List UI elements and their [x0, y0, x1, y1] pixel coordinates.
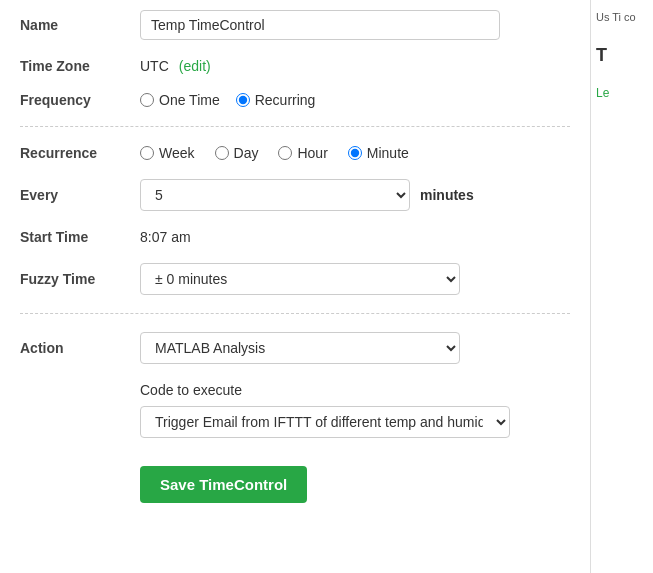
recurrence-week-radio[interactable]	[140, 146, 154, 160]
separator-2	[20, 313, 570, 314]
start-time-label: Start Time	[20, 229, 140, 245]
save-button[interactable]: Save TimeControl	[140, 466, 307, 503]
action-select[interactable]: MATLAB Analysis Python Script Shell Comm…	[140, 332, 460, 364]
code-section: Code to execute Trigger Email from IFTTT…	[20, 382, 570, 438]
recurrence-options: Week Day Hour Minute	[140, 145, 409, 161]
start-time-value: 8:07 am	[140, 229, 191, 245]
separator-1	[20, 126, 570, 127]
frequency-one-time[interactable]: One Time	[140, 92, 220, 108]
main-content: Name Time Zone UTC (edit) Frequency One …	[0, 0, 590, 573]
sidebar: Us Ti co T Le	[590, 0, 653, 573]
frequency-recurring-radio[interactable]	[236, 93, 250, 107]
every-control-area: 5 1 2 3 4 10 15 30 minutes	[140, 179, 474, 211]
recurrence-hour[interactable]: Hour	[278, 145, 327, 161]
fuzzy-time-select[interactable]: ± 0 minutes ± 1 minute ± 5 minutes ± 10 …	[140, 263, 460, 295]
name-label: Name	[20, 17, 140, 33]
recurrence-day[interactable]: Day	[215, 145, 259, 161]
save-button-container: Save TimeControl	[20, 456, 570, 503]
sidebar-link[interactable]: Le	[596, 86, 609, 100]
frequency-options: One Time Recurring	[140, 92, 315, 108]
recurrence-week[interactable]: Week	[140, 145, 195, 161]
recurrence-row: Recurrence Week Day Hour Minute	[20, 145, 570, 161]
timezone-edit-link[interactable]: (edit)	[179, 58, 211, 74]
start-time-control: 8:07 am	[140, 229, 191, 245]
name-control-area	[140, 10, 500, 40]
fuzzy-time-label: Fuzzy Time	[20, 271, 140, 287]
frequency-one-time-radio[interactable]	[140, 93, 154, 107]
every-label: Every	[20, 187, 140, 203]
every-select[interactable]: 5 1 2 3 4 10 15 30	[140, 179, 410, 211]
sidebar-big-char: T	[596, 45, 648, 66]
fuzzy-time-row: Fuzzy Time ± 0 minutes ± 1 minute ± 5 mi…	[20, 263, 570, 295]
timezone-label: Time Zone	[20, 58, 140, 74]
frequency-label: Frequency	[20, 92, 140, 108]
frequency-row: Frequency One Time Recurring	[20, 92, 570, 108]
action-control: MATLAB Analysis Python Script Shell Comm…	[140, 332, 460, 364]
recurrence-label: Recurrence	[20, 145, 140, 161]
action-label: Action	[20, 340, 140, 356]
frequency-recurring[interactable]: Recurring	[236, 92, 316, 108]
recurrence-minute[interactable]: Minute	[348, 145, 409, 161]
recurrence-week-label: Week	[159, 145, 195, 161]
minutes-suffix: minutes	[420, 187, 474, 203]
fuzzy-time-control: ± 0 minutes ± 1 minute ± 5 minutes ± 10 …	[140, 263, 460, 295]
frequency-recurring-label: Recurring	[255, 92, 316, 108]
name-row: Name	[20, 10, 570, 40]
recurrence-minute-radio[interactable]	[348, 146, 362, 160]
recurrence-hour-radio[interactable]	[278, 146, 292, 160]
recurrence-hour-label: Hour	[297, 145, 327, 161]
frequency-one-time-label: One Time	[159, 92, 220, 108]
recurrence-minute-label: Minute	[367, 145, 409, 161]
recurrence-day-radio[interactable]	[215, 146, 229, 160]
start-time-row: Start Time 8:07 am	[20, 229, 570, 245]
recurrence-day-label: Day	[234, 145, 259, 161]
timezone-control-area: UTC (edit)	[140, 58, 211, 74]
timezone-row: Time Zone UTC (edit)	[20, 58, 570, 74]
name-input[interactable]	[140, 10, 500, 40]
action-row: Action MATLAB Analysis Python Script She…	[20, 332, 570, 364]
code-to-execute-label: Code to execute	[140, 382, 242, 398]
every-row: Every 5 1 2 3 4 10 15 30 minutes	[20, 179, 570, 211]
sidebar-top-text: Us Ti co	[596, 10, 648, 25]
timezone-value: UTC	[140, 58, 169, 74]
code-select[interactable]: Trigger Email from IFTTT of different te…	[140, 406, 510, 438]
